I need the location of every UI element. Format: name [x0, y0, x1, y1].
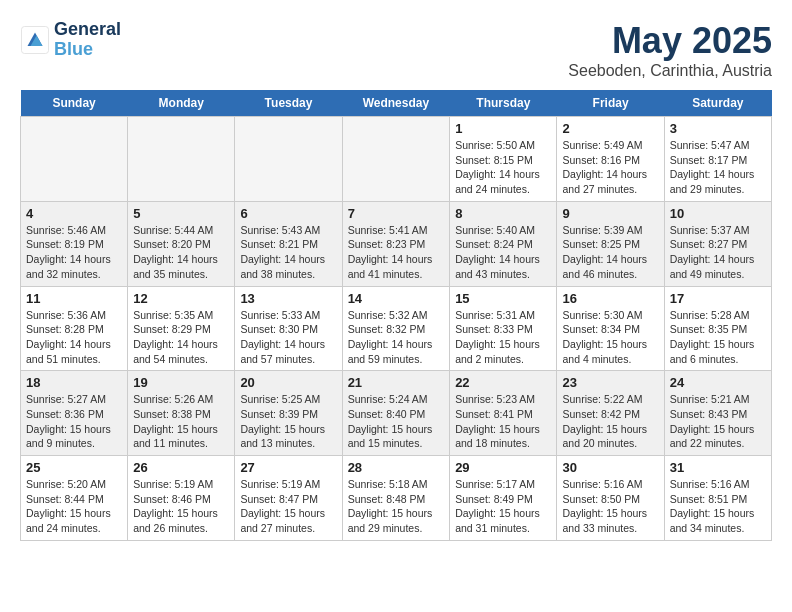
day-number: 29: [455, 460, 551, 475]
day-number: 2: [562, 121, 658, 136]
calendar-cell: 2Sunrise: 5:49 AM Sunset: 8:16 PM Daylig…: [557, 117, 664, 202]
calendar-cell: 15Sunrise: 5:31 AM Sunset: 8:33 PM Dayli…: [450, 286, 557, 371]
calendar-cell: 19Sunrise: 5:26 AM Sunset: 8:38 PM Dayli…: [128, 371, 235, 456]
logo-line2: Blue: [54, 40, 121, 60]
day-number: 26: [133, 460, 229, 475]
day-number: 20: [240, 375, 336, 390]
calendar-cell: 17Sunrise: 5:28 AM Sunset: 8:35 PM Dayli…: [664, 286, 771, 371]
day-info: Sunrise: 5:44 AM Sunset: 8:20 PM Dayligh…: [133, 223, 229, 282]
logo-icon: [20, 25, 50, 55]
logo: General Blue: [20, 20, 121, 60]
day-number: 8: [455, 206, 551, 221]
calendar-cell: 22Sunrise: 5:23 AM Sunset: 8:41 PM Dayli…: [450, 371, 557, 456]
day-info: Sunrise: 5:39 AM Sunset: 8:25 PM Dayligh…: [562, 223, 658, 282]
weekday-header-friday: Friday: [557, 90, 664, 117]
day-info: Sunrise: 5:46 AM Sunset: 8:19 PM Dayligh…: [26, 223, 122, 282]
weekday-header-row: SundayMondayTuesdayWednesdayThursdayFrid…: [21, 90, 772, 117]
title-area: May 2025 Seeboden, Carinthia, Austria: [568, 20, 772, 80]
calendar-cell: 18Sunrise: 5:27 AM Sunset: 8:36 PM Dayli…: [21, 371, 128, 456]
day-info: Sunrise: 5:28 AM Sunset: 8:35 PM Dayligh…: [670, 308, 766, 367]
calendar-cell: [342, 117, 450, 202]
calendar-cell: 3Sunrise: 5:47 AM Sunset: 8:17 PM Daylig…: [664, 117, 771, 202]
day-number: 27: [240, 460, 336, 475]
weekday-header-wednesday: Wednesday: [342, 90, 450, 117]
day-info: Sunrise: 5:40 AM Sunset: 8:24 PM Dayligh…: [455, 223, 551, 282]
calendar-cell: [235, 117, 342, 202]
day-number: 3: [670, 121, 766, 136]
day-info: Sunrise: 5:47 AM Sunset: 8:17 PM Dayligh…: [670, 138, 766, 197]
calendar-cell: 12Sunrise: 5:35 AM Sunset: 8:29 PM Dayli…: [128, 286, 235, 371]
day-info: Sunrise: 5:26 AM Sunset: 8:38 PM Dayligh…: [133, 392, 229, 451]
day-info: Sunrise: 5:24 AM Sunset: 8:40 PM Dayligh…: [348, 392, 445, 451]
header: General Blue May 2025 Seeboden, Carinthi…: [20, 20, 772, 80]
calendar-cell: 28Sunrise: 5:18 AM Sunset: 8:48 PM Dayli…: [342, 456, 450, 541]
day-info: Sunrise: 5:41 AM Sunset: 8:23 PM Dayligh…: [348, 223, 445, 282]
calendar-cell: 20Sunrise: 5:25 AM Sunset: 8:39 PM Dayli…: [235, 371, 342, 456]
calendar-cell: 13Sunrise: 5:33 AM Sunset: 8:30 PM Dayli…: [235, 286, 342, 371]
weekday-header-sunday: Sunday: [21, 90, 128, 117]
day-info: Sunrise: 5:32 AM Sunset: 8:32 PM Dayligh…: [348, 308, 445, 367]
calendar-cell: 10Sunrise: 5:37 AM Sunset: 8:27 PM Dayli…: [664, 201, 771, 286]
day-number: 31: [670, 460, 766, 475]
calendar-cell: 29Sunrise: 5:17 AM Sunset: 8:49 PM Dayli…: [450, 456, 557, 541]
day-number: 25: [26, 460, 122, 475]
day-info: Sunrise: 5:16 AM Sunset: 8:50 PM Dayligh…: [562, 477, 658, 536]
day-number: 19: [133, 375, 229, 390]
calendar-cell: 21Sunrise: 5:24 AM Sunset: 8:40 PM Dayli…: [342, 371, 450, 456]
calendar-cell: 4Sunrise: 5:46 AM Sunset: 8:19 PM Daylig…: [21, 201, 128, 286]
calendar-cell: 9Sunrise: 5:39 AM Sunset: 8:25 PM Daylig…: [557, 201, 664, 286]
day-number: 7: [348, 206, 445, 221]
calendar-cell: 8Sunrise: 5:40 AM Sunset: 8:24 PM Daylig…: [450, 201, 557, 286]
day-info: Sunrise: 5:18 AM Sunset: 8:48 PM Dayligh…: [348, 477, 445, 536]
weekday-header-saturday: Saturday: [664, 90, 771, 117]
day-number: 24: [670, 375, 766, 390]
day-number: 22: [455, 375, 551, 390]
calendar-cell: 6Sunrise: 5:43 AM Sunset: 8:21 PM Daylig…: [235, 201, 342, 286]
subtitle: Seeboden, Carinthia, Austria: [568, 62, 772, 80]
day-info: Sunrise: 5:16 AM Sunset: 8:51 PM Dayligh…: [670, 477, 766, 536]
day-number: 23: [562, 375, 658, 390]
calendar-week-3: 11Sunrise: 5:36 AM Sunset: 8:28 PM Dayli…: [21, 286, 772, 371]
day-number: 14: [348, 291, 445, 306]
day-number: 13: [240, 291, 336, 306]
calendar-cell: 1Sunrise: 5:50 AM Sunset: 8:15 PM Daylig…: [450, 117, 557, 202]
calendar-cell: 23Sunrise: 5:22 AM Sunset: 8:42 PM Dayli…: [557, 371, 664, 456]
day-number: 4: [26, 206, 122, 221]
weekday-header-monday: Monday: [128, 90, 235, 117]
day-info: Sunrise: 5:20 AM Sunset: 8:44 PM Dayligh…: [26, 477, 122, 536]
weekday-header-thursday: Thursday: [450, 90, 557, 117]
calendar-cell: [21, 117, 128, 202]
day-number: 30: [562, 460, 658, 475]
day-number: 11: [26, 291, 122, 306]
day-number: 18: [26, 375, 122, 390]
calendar-cell: 14Sunrise: 5:32 AM Sunset: 8:32 PM Dayli…: [342, 286, 450, 371]
calendar-week-4: 18Sunrise: 5:27 AM Sunset: 8:36 PM Dayli…: [21, 371, 772, 456]
day-info: Sunrise: 5:43 AM Sunset: 8:21 PM Dayligh…: [240, 223, 336, 282]
day-number: 5: [133, 206, 229, 221]
day-number: 9: [562, 206, 658, 221]
day-number: 12: [133, 291, 229, 306]
day-info: Sunrise: 5:49 AM Sunset: 8:16 PM Dayligh…: [562, 138, 658, 197]
calendar-cell: 24Sunrise: 5:21 AM Sunset: 8:43 PM Dayli…: [664, 371, 771, 456]
day-info: Sunrise: 5:50 AM Sunset: 8:15 PM Dayligh…: [455, 138, 551, 197]
day-info: Sunrise: 5:27 AM Sunset: 8:36 PM Dayligh…: [26, 392, 122, 451]
day-info: Sunrise: 5:22 AM Sunset: 8:42 PM Dayligh…: [562, 392, 658, 451]
logo-line1: General: [54, 20, 121, 40]
day-info: Sunrise: 5:31 AM Sunset: 8:33 PM Dayligh…: [455, 308, 551, 367]
calendar-cell: 26Sunrise: 5:19 AM Sunset: 8:46 PM Dayli…: [128, 456, 235, 541]
day-number: 6: [240, 206, 336, 221]
day-number: 28: [348, 460, 445, 475]
day-number: 21: [348, 375, 445, 390]
day-number: 17: [670, 291, 766, 306]
calendar-cell: 30Sunrise: 5:16 AM Sunset: 8:50 PM Dayli…: [557, 456, 664, 541]
calendar-cell: 25Sunrise: 5:20 AM Sunset: 8:44 PM Dayli…: [21, 456, 128, 541]
calendar-week-1: 1Sunrise: 5:50 AM Sunset: 8:15 PM Daylig…: [21, 117, 772, 202]
calendar-cell: 11Sunrise: 5:36 AM Sunset: 8:28 PM Dayli…: [21, 286, 128, 371]
day-number: 15: [455, 291, 551, 306]
calendar-table: SundayMondayTuesdayWednesdayThursdayFrid…: [20, 90, 772, 541]
day-info: Sunrise: 5:21 AM Sunset: 8:43 PM Dayligh…: [670, 392, 766, 451]
day-info: Sunrise: 5:30 AM Sunset: 8:34 PM Dayligh…: [562, 308, 658, 367]
calendar-week-5: 25Sunrise: 5:20 AM Sunset: 8:44 PM Dayli…: [21, 456, 772, 541]
calendar-cell: 5Sunrise: 5:44 AM Sunset: 8:20 PM Daylig…: [128, 201, 235, 286]
calendar-cell: 31Sunrise: 5:16 AM Sunset: 8:51 PM Dayli…: [664, 456, 771, 541]
